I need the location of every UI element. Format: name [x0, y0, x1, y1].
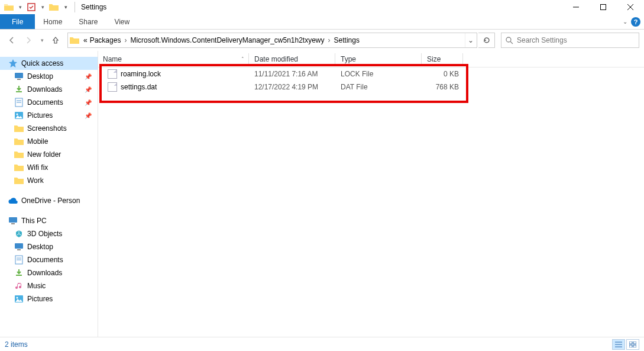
sidebar-item-downloads[interactable]: Downloads📌 [0, 83, 98, 96]
file-type: LOCK File [336, 70, 422, 78]
pin-icon: 📌 [85, 112, 98, 119]
cloud-icon [8, 196, 18, 205]
tree-group-quick-access: Quick access Desktop📌Downloads📌Documents… [0, 57, 98, 187]
navigation-tree[interactable]: Quick access Desktop📌Downloads📌Documents… [0, 51, 98, 337]
sidebar-item-desktop[interactable]: Desktop [0, 240, 98, 253]
svg-rect-31 [633, 345, 636, 347]
help-icon[interactable]: ? [631, 17, 640, 27]
folder-icon [14, 137, 24, 146]
properties-icon[interactable] [24, 1, 38, 14]
chevron-right-icon[interactable]: › [122, 36, 129, 44]
column-name[interactable]: Name˄ [98, 51, 250, 67]
thumbnails-view-icon[interactable] [626, 339, 639, 350]
tree-quick-access[interactable]: Quick access [0, 57, 98, 70]
svg-rect-16 [11, 223, 15, 224]
address-bar[interactable]: « Packages › Microsoft.Windows.ContentDe… [67, 33, 477, 48]
breadcrumb-contentdelivery[interactable]: Microsoft.Windows.ContentDeliveryManager… [129, 36, 325, 44]
file-size: 0 KB [422, 70, 464, 78]
documents-icon [14, 98, 24, 107]
titlebar-divider [75, 2, 75, 12]
qat-customize-icon[interactable]: ▾ [61, 1, 70, 14]
svg-rect-28 [629, 342, 632, 344]
pin-icon: 📌 [85, 86, 98, 93]
back-button[interactable] [5, 33, 19, 47]
svg-rect-2 [601, 5, 606, 10]
tree-label: Work [27, 176, 44, 185]
svg-rect-18 [17, 249, 21, 250]
sidebar-item-screenshots[interactable]: Screenshots [0, 122, 98, 135]
svg-rect-9 [16, 91, 22, 92]
ribbon-expand-icon[interactable]: ⌄ [623, 18, 627, 25]
chevron-right-icon[interactable]: › [326, 36, 333, 44]
sidebar-item-music[interactable]: Music [0, 279, 98, 292]
breadcrumb-prefix[interactable]: « [82, 36, 89, 44]
column-date[interactable]: Date modified [250, 51, 336, 67]
file-row[interactable]: roaming.lock11/11/2021 7:16 AMLOCK File0… [98, 67, 644, 80]
search-icon [505, 36, 513, 44]
column-type[interactable]: Type [336, 51, 422, 67]
tree-label: Documents [27, 256, 63, 264]
refresh-button[interactable] [478, 33, 495, 48]
svg-rect-15 [9, 217, 17, 223]
documents-icon [14, 255, 24, 265]
recent-dropdown-icon[interactable]: ▾ [38, 33, 46, 47]
breadcrumbs: « Packages › Microsoft.Windows.ContentDe… [82, 36, 462, 44]
tab-view[interactable]: View [106, 14, 138, 29]
tree-label: Mobile [27, 137, 48, 146]
downloads-icon [14, 85, 24, 94]
maximize-button[interactable] [590, 0, 617, 14]
address-folder-icon [69, 35, 80, 46]
tree-group-onedrive: OneDrive - Person [0, 194, 98, 207]
quick-access-toolbar: ▾ ▾ ▾ [0, 1, 72, 14]
up-button[interactable] [48, 33, 63, 47]
sidebar-item-wifi-fix[interactable]: Wifi fix [0, 161, 98, 174]
svg-rect-7 [15, 73, 23, 78]
qat-dropdown-1[interactable]: ▾ [16, 1, 24, 14]
qat-dropdown-2[interactable]: ▾ [38, 1, 47, 14]
sidebar-item-work[interactable]: Work [0, 174, 98, 187]
tree-label: Downloads [27, 269, 62, 277]
minimize-button[interactable] [562, 0, 590, 14]
breadcrumb-settings[interactable]: Settings [333, 36, 361, 44]
tree-label: Wifi fix [27, 163, 48, 172]
sidebar-item-desktop[interactable]: Desktop📌 [0, 70, 98, 83]
tree-label: Documents [27, 98, 63, 107]
tab-home[interactable]: Home [35, 14, 70, 29]
close-button[interactable] [617, 0, 644, 14]
folder-icon [14, 150, 24, 159]
sidebar-item-pictures[interactable]: Pictures📌 [0, 109, 98, 122]
file-tab[interactable]: File [0, 14, 35, 29]
file-list[interactable]: roaming.lock11/11/2021 7:16 AMLOCK File0… [98, 67, 644, 94]
tree-thispc[interactable]: This PC [0, 214, 98, 227]
pictures-icon [14, 294, 24, 304]
svg-rect-29 [633, 342, 636, 344]
file-row[interactable]: settings.dat12/17/2022 4:19 PMDAT File76… [98, 80, 644, 94]
sidebar-item-documents[interactable]: Documents📌 [0, 96, 98, 109]
details-view-icon[interactable] [612, 339, 625, 350]
ribbon: File Home Share View ⌄ ? [0, 14, 644, 30]
sidebar-item-3d-objects[interactable]: 3D Objects [0, 227, 98, 240]
search-box[interactable] [501, 33, 639, 48]
column-size[interactable]: Size [422, 51, 464, 67]
pin-icon: 📌 [85, 73, 98, 80]
sidebar-item-pictures[interactable]: Pictures [0, 292, 98, 305]
tree-onedrive[interactable]: OneDrive - Person [0, 194, 98, 207]
sidebar-item-new-folder[interactable]: New folder [0, 148, 98, 161]
svg-line-6 [510, 41, 513, 44]
forward-button[interactable] [21, 33, 35, 47]
file-icon [108, 82, 117, 92]
sidebar-item-documents[interactable]: Documents [0, 253, 98, 266]
folder-icon[interactable] [2, 1, 16, 14]
sidebar-item-downloads[interactable]: Downloads [0, 266, 98, 279]
address-dropdown-icon[interactable]: ⌄ [465, 33, 475, 47]
tab-share[interactable]: Share [70, 14, 106, 29]
breadcrumb-packages[interactable]: Packages [89, 36, 122, 44]
search-input[interactable] [517, 36, 635, 44]
new-folder-qat-icon[interactable] [47, 1, 61, 14]
navbar: ▾ « Packages › Microsoft.Windows.Content… [0, 30, 644, 51]
folder-icon [14, 176, 24, 185]
view-mode-icons [612, 339, 639, 350]
tree-label: Desktop [27, 72, 53, 80]
sidebar-item-mobile[interactable]: Mobile [0, 135, 98, 148]
tree-label: Music [27, 282, 46, 290]
